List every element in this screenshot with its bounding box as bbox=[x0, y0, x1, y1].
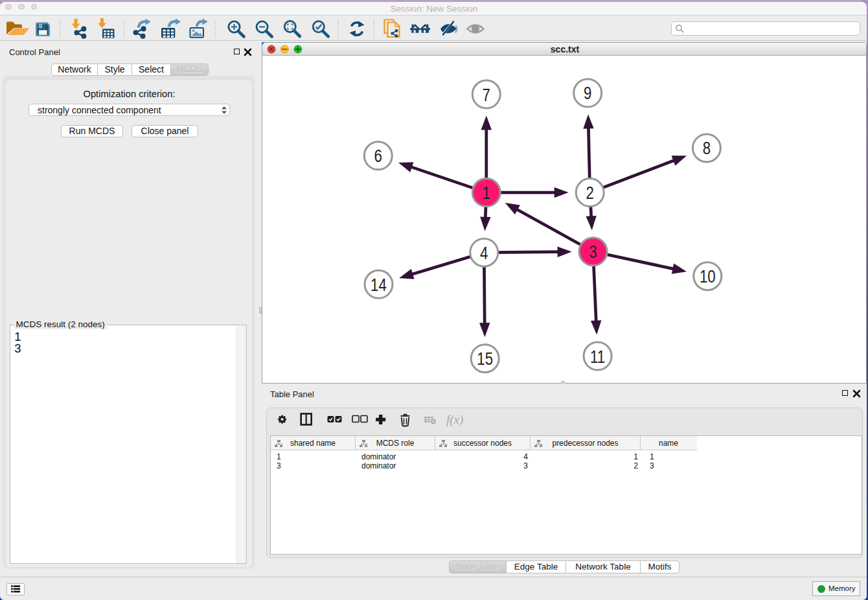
svg-text:11: 11 bbox=[590, 346, 605, 366]
svg-text:6: 6 bbox=[374, 146, 382, 166]
svg-text:2: 2 bbox=[586, 182, 593, 202]
svg-text:9: 9 bbox=[584, 83, 591, 103]
svg-text:15: 15 bbox=[477, 349, 493, 369]
svg-text:14: 14 bbox=[371, 274, 387, 294]
svg-text:3: 3 bbox=[589, 242, 597, 262]
svg-text:1: 1 bbox=[483, 182, 490, 202]
svg-text:f(x): f(x) bbox=[446, 413, 463, 427]
svg-text:10: 10 bbox=[700, 266, 716, 286]
svg-text:4: 4 bbox=[480, 242, 488, 262]
svg-text:7: 7 bbox=[483, 84, 490, 104]
svg-text:8: 8 bbox=[703, 138, 711, 158]
